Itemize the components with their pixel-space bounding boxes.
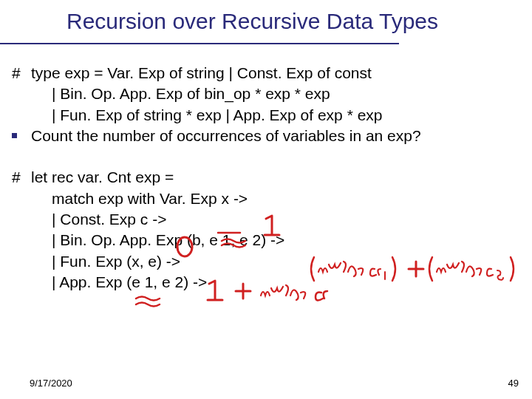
footer-page-number: 49 <box>508 378 519 389</box>
text: type exp = Var. Exp of string | Const. E… <box>31 63 372 83</box>
footer-date: 9/17/2020 <box>30 378 72 389</box>
case-fun: | Fun. Exp (x, e) -> <box>12 251 522 272</box>
func-def-line1: # let rec var. Cnt exp = <box>12 167 522 188</box>
body-content: # type exp = Var. Exp of string | Const.… <box>12 63 522 293</box>
square-bullet-icon <box>12 133 17 138</box>
page-title: Recursion over Recursive Data Types <box>66 9 438 34</box>
type-def-line2: | Bin. Op. App. Exp of bin_op * exp * ex… <box>12 83 522 104</box>
text: let rec var. Cnt exp = <box>31 167 174 188</box>
case-app: | App. Exp (e 1, e 2) -> <box>12 272 522 293</box>
title-underline <box>0 43 399 44</box>
handwriting-x-underline2 <box>132 294 168 312</box>
text: Count the number of occurrences of varia… <box>31 126 421 146</box>
type-def-line3: | Fun. Exp of string * exp | App. Exp of… <box>12 105 522 126</box>
hash-marker: # <box>12 167 31 188</box>
bullet-marker <box>12 126 31 138</box>
question-line: Count the number of occurrences of varia… <box>12 126 522 146</box>
match-line: match exp with Var. Exp x -> <box>12 188 522 209</box>
case-binop: | Bin. Op. App. Exp (b, e 1, e 2) -> <box>12 230 522 250</box>
case-const: | Const. Exp c -> <box>12 209 522 230</box>
type-def-line1: # type exp = Var. Exp of string | Const.… <box>12 63 522 83</box>
spacer <box>12 146 522 167</box>
hash-marker: # <box>12 63 31 83</box>
slide: Recursion over Recursive Data Types # ty… <box>0 0 532 399</box>
